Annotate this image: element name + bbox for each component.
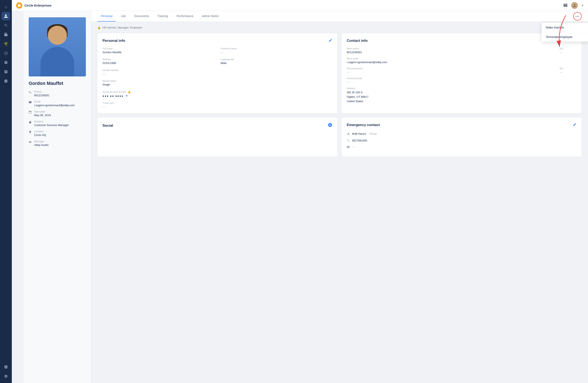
ssn-lock-icon: 🔒 [128,90,131,93]
sidebar-item-home[interactable]: ⌂ [2,2,10,11]
email-label: Email [34,100,75,103]
phone-value: 8012239281 [34,94,49,97]
tab-personal[interactable]: Personal [97,11,116,22]
employee-manager-item: Manager Abby Austin [29,140,86,147]
gender-identity-field: Gender identity — [103,69,214,75]
employee-name: Gordon Mauffet [29,81,86,86]
legal-gender-value: Male [221,61,332,65]
sidebar-item-timeoff[interactable]: 🌴 [2,40,10,48]
personal-email-value: — [347,80,577,84]
tab-content: 🔒 HR Admins, Manager, Employee Personal … [91,22,588,161]
dropdown-menu: Make inactive Terminate employee [542,23,588,42]
tshirt-field: T-shirt size — [103,102,214,108]
tab-admin-notes[interactable]: Admin Notes [198,11,222,22]
make-inactive-option[interactable]: Make inactive [542,23,588,32]
tab-job[interactable]: Job [117,11,129,22]
personal-info-header: Personal info [103,38,332,43]
employee-email-item: Email r.sagers+gordonmauf@eddy.com [29,100,86,107]
ssn-reveal-icon[interactable]: 👁 [125,94,128,98]
emergency-contact-header: Emergency contact [347,123,577,127]
preferred-name-field: Preferred name — [221,47,332,54]
emergency-contact-details: BoB Hance Friend 8017691091 [347,132,577,149]
social-add-icon[interactable] [328,123,332,128]
work-phone-field: Work phone 8012239281 [347,47,556,54]
access-badge: 🔒 HR Admins, Manager, Employee [97,26,582,29]
marital-status-label: Marital status [103,80,214,82]
preferred-name-value: — [221,51,332,54]
address-label: Address [347,87,577,90]
birthday-label: Birthday [103,58,214,61]
birthday-value: 01/01/1990 [103,61,214,65]
sidebar-item-docs[interactable] [2,68,10,76]
full-name-value: Gordon Mauffet [103,51,214,54]
address-field: Address 391 W 100 S Ogden, UT 89817 Unit… [347,87,577,103]
personal-info-card: Personal info Full name Gordon Mauffet P… [97,33,337,113]
topbar: Circle Enterprises ▼ [12,0,588,11]
more-options-button[interactable]: ··· [573,12,582,21]
emergency-contact-relation: Friend [370,132,377,135]
marital-status-field: Marital status Single [103,80,214,86]
work-email-value: r.sagers+gordonmauf@eddy.com [347,61,577,64]
ext-field: Ext — [560,47,577,54]
emergency-phone-item: 8017691091 [347,138,577,142]
employee-position-item: Position Customer Success Manager [29,120,86,127]
location-value: Circle HQ [34,134,46,136]
ext-value: — [560,51,577,54]
emergency-email-item: — [347,145,577,149]
marital-status-value: Single [103,83,214,86]
legal-gender-field: Legal gender Male [221,58,332,65]
ext-label: Ext [560,47,577,50]
mail-icon[interactable] [563,3,568,8]
sidebar-item-people[interactable] [2,12,10,20]
user-avatar[interactable] [571,2,578,9]
personal-email-label: Personal email [347,77,577,80]
full-name-label: Full name [103,47,214,50]
sidebar-item-tasks[interactable] [2,77,10,85]
sidebar-item-camera[interactable] [2,58,10,67]
sidebar: ⌂ 🌴 [0,0,12,383]
sidebar-item-time[interactable] [2,49,10,57]
ssn-label: Social Security Number 🔒 [103,90,332,93]
social-card: Social [97,118,337,157]
position-label: Position [34,120,69,123]
sidebar-item-settings[interactable] [2,372,10,381]
email-icon [29,101,32,104]
personal-phone-field: Personal phone — [347,67,556,74]
manager-icon [29,140,32,144]
emergency-contact-card: Emergency contact BoB Hance Friend [342,118,582,157]
personal-fields: Full name Gordon Mauffet Preferred name … [103,47,332,108]
logo-icon [16,2,22,9]
emergency-contact-edit-icon[interactable] [573,123,577,127]
cards-row: Personal info Full name Gordon Mauffet P… [97,33,582,157]
tab-training[interactable]: Training [154,11,171,22]
personal-info-edit-icon[interactable] [329,38,332,43]
emergency-contact-phone: 8017691091 [352,139,367,142]
sidebar-item-jobs[interactable] [2,30,10,39]
emergency-person-icon [347,132,350,136]
employee-phone-item: Phone 8012239281 [29,90,86,97]
app-name: Circle Enterprises [24,4,51,7]
startdate-value: May 05, 2019 [34,113,51,117]
work-phone-value: 8012239281 [347,51,556,54]
employee-photo [29,17,86,76]
tshirt-value: — [103,105,214,108]
terminate-option[interactable]: Terminate employee [542,32,588,42]
tab-performance[interactable]: Performance [173,11,197,22]
sidebar-item-reports[interactable] [2,363,10,371]
social-header: Social [103,123,332,128]
personal-phone-ext-field: Ext — [560,67,577,74]
sidebar-item-search[interactable] [2,21,10,30]
manager-label: Manager [34,140,49,143]
lock-icon: 🔒 [97,26,101,29]
ssn-masked: ●●● ●● ●●●● [103,94,124,98]
emergency-contact-title: Emergency contact [347,123,380,127]
location-icon [29,131,32,134]
position-icon [29,121,32,124]
personal-phone-value: — [347,70,556,74]
topbar-chevron-icon[interactable]: ▼ [581,4,584,7]
personal-info-title: Personal info [103,39,125,43]
tab-documents[interactable]: Documents [131,11,152,22]
access-label: HR Admins, Manager, Employee [103,26,142,29]
tabs-container: Personal Job Documents Training Performa… [91,11,588,22]
email-value: r.sagers+gordonmauf@eddy.com [34,104,75,107]
